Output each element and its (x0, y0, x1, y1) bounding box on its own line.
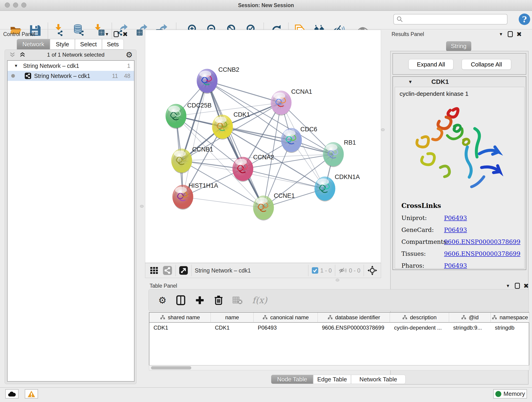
network-options-gear-icon[interactable]: ⚙ (126, 50, 133, 59)
results-panel-float-icon[interactable] (508, 31, 513, 37)
search-box[interactable] (393, 14, 507, 25)
crosslink-link[interactable]: P06493 (444, 215, 467, 221)
collection-expander-icon[interactable]: ▼ (14, 64, 18, 68)
tab-edge-table[interactable]: Edge Table (313, 375, 351, 384)
left-splitter-grip[interactable] (140, 205, 144, 208)
add-column-icon[interactable] (195, 295, 205, 305)
edge-CCNB2-CCNA1[interactable] (207, 81, 281, 103)
node-CDKN1A[interactable]: CDKN1A (315, 173, 360, 201)
column-header-sharedname[interactable]: shared name (149, 313, 211, 323)
control-panel-float-icon[interactable] (114, 31, 119, 37)
memory-button[interactable]: Memory (493, 389, 527, 399)
edge-CCNA2-CDKN1A[interactable] (243, 169, 325, 189)
minimize-window-button[interactable] (13, 2, 18, 7)
table-cell[interactable]: stringdb:9... (449, 323, 491, 332)
control-panel-menu-icon[interactable]: ▾ (106, 31, 108, 37)
table-panel-close-icon[interactable]: ✖ (524, 282, 529, 290)
network-view-icon[interactable] (163, 266, 172, 275)
network-canvas[interactable]: CCNB2 CCNA1 CDC25B CDK1 CDC6 (145, 30, 381, 263)
table-cell[interactable]: P06493 (254, 323, 318, 332)
show-columns-icon[interactable] (176, 295, 185, 305)
table-cell[interactable]: CDK1 (149, 323, 211, 332)
network-label: String Network – cdk1 (34, 73, 90, 79)
edge-HIST1H1A-CCNE1[interactable] (183, 197, 264, 208)
selected-checkbox-icon[interactable] (312, 267, 318, 274)
node-table[interactable]: shared nameCDK1nameCDK1canonical nameP06… (149, 312, 529, 365)
crosslink-link[interactable]: P06493 (444, 226, 467, 233)
network-node-count: 11 (112, 73, 118, 79)
help-button[interactable]: ? (519, 13, 530, 25)
node-HIST1H1A[interactable]: HIST1H1A (172, 182, 218, 210)
delete-column-icon[interactable] (214, 295, 223, 305)
crosslink-label: Compartments: (401, 238, 444, 245)
grid-view-icon[interactable] (149, 266, 159, 275)
node-CCNB2[interactable]: CCNB2 (197, 66, 239, 94)
hidden-eye-icon[interactable] (338, 267, 347, 274)
node-label-CCNB2: CCNB2 (218, 66, 239, 73)
tab-select[interactable]: Select (75, 39, 102, 50)
detach-view-icon[interactable] (179, 266, 188, 275)
table-horizontal-scrollbar[interactable] (149, 365, 529, 370)
node-CDC25B[interactable]: CDC25B (166, 102, 212, 129)
scrollbar-thumb[interactable] (151, 366, 191, 370)
table-cell[interactable]: cyclin-dependent ... (390, 323, 449, 332)
crosslink-label: Pharos: (401, 262, 444, 269)
results-panel-close-icon[interactable]: ✖ (516, 31, 522, 38)
maximize-window-button[interactable] (21, 2, 26, 7)
crosslink-link[interactable]: 9606.ENSP00000378699 (444, 250, 520, 257)
network-collection-row[interactable]: ▼ String Network – cdk1 1 (7, 61, 134, 71)
node-RB1[interactable]: RB1 (323, 139, 356, 167)
network-row[interactable]: String Network – cdk1 11 48 (7, 71, 134, 81)
column-header-namespace[interactable]: namespace (491, 313, 529, 323)
warning-icon (27, 390, 35, 397)
collapse-all-button[interactable]: Collapse All (462, 59, 511, 70)
titlebar: Session: New Session (0, 0, 532, 11)
node-label-CCNA1: CCNA1 (291, 88, 312, 95)
tab-network[interactable]: Network (17, 39, 50, 50)
node-CCNE1[interactable]: CCNE1 (253, 192, 295, 220)
node-CCNA1[interactable]: CCNA1 (271, 88, 312, 115)
warnings-button[interactable] (25, 389, 38, 399)
crosslinks-title: CrossLinks (401, 202, 524, 210)
cloud-button[interactable] (5, 389, 19, 399)
tab-style[interactable]: Style (50, 39, 75, 50)
node-label-CCNA2: CCNA2 (253, 154, 274, 161)
bottom-splitter-grip[interactable] (336, 279, 339, 281)
crosslink-link[interactable]: P06493 (444, 262, 467, 269)
column-header-canonicalname[interactable]: canonical name (254, 313, 318, 323)
tab-sets[interactable]: Sets (102, 39, 124, 50)
table-cell[interactable]: CDK1 (211, 323, 254, 332)
tab-node-table[interactable]: Node Table (271, 375, 313, 384)
table-settings-gear-icon[interactable]: ⚙ (158, 295, 167, 306)
table-cell[interactable]: stringdb (491, 323, 529, 332)
crosslink-link[interactable]: 9606.ENSP00000378699 (444, 238, 520, 245)
collapse-all-icon[interactable] (9, 52, 16, 58)
table-panel-menu-icon[interactable]: ▾ (507, 283, 509, 289)
expand-all-icon[interactable] (19, 52, 26, 58)
column-header-id[interactable]: @id (449, 313, 491, 323)
table-cell[interactable]: 9606.ENSP00000378699 (318, 323, 390, 332)
edge-CCNB2-HIST1H1A[interactable] (183, 81, 207, 197)
delete-table-icon[interactable] (233, 296, 243, 304)
card-expander-icon[interactable]: ▼ (408, 79, 413, 85)
column-header-description[interactable]: description (390, 313, 449, 323)
crosslink-label: GeneCard: (401, 226, 444, 233)
node-label-CDK1: CDK1 (234, 111, 250, 118)
memory-label: Memory (504, 390, 525, 397)
search-input[interactable] (403, 16, 504, 22)
column-header-name[interactable]: name (211, 313, 254, 323)
tab-string[interactable]: String (446, 41, 471, 51)
right-splitter-grip[interactable] (381, 128, 385, 131)
results-panel-menu-icon[interactable]: ▾ (500, 31, 502, 37)
expand-all-button[interactable]: Expand All (409, 59, 453, 70)
protein-structure-image (406, 101, 514, 200)
function-builder-icon[interactable]: f(x) (252, 295, 267, 305)
column-header-databaseidentifier[interactable]: database identifier (318, 313, 390, 323)
table-toolbar: ⚙ f(x) (148, 289, 529, 311)
table-panel-float-icon[interactable] (515, 283, 520, 289)
control-panel-close-icon[interactable]: ✖ (122, 31, 128, 38)
close-window-button[interactable] (5, 2, 10, 7)
tab-network-table[interactable]: Network Table (351, 375, 405, 384)
birds-eye-view-icon[interactable] (367, 265, 378, 276)
protein-card-header[interactable]: ▼ CDK1 (393, 77, 526, 87)
